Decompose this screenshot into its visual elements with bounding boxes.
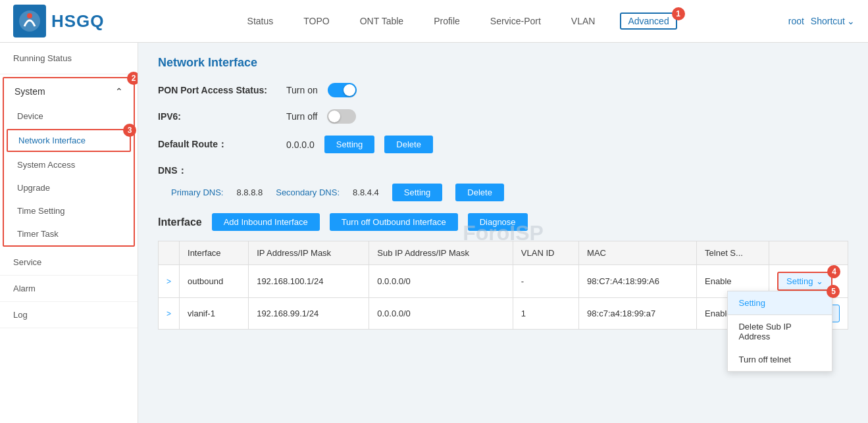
expand-1[interactable]: > [159, 265, 180, 298]
nav-profile[interactable]: Profile [428, 12, 465, 30]
dropdown-item-setting[interactable]: Setting [728, 291, 832, 315]
dropdown-menu: 5 Setting Delete Sub IP Address Turn off… [727, 291, 832, 372]
cell-interface-1: outbound [180, 265, 249, 298]
cell-ip-1: 192.168.100.1/24 [249, 265, 369, 298]
dns-section: DNS： Primary DNS: 8.8.8.8 Secondary DNS:… [158, 165, 848, 201]
nav-advanced-wrapper: Advanced 1 [620, 12, 677, 30]
cell-sub-ip-2: 0.0.0.0/0 [369, 298, 513, 330]
cell-interface-2: vlanif-1 [180, 298, 249, 330]
sidebar-item-network-interface[interactable]: Network Interface 3 [7, 129, 131, 152]
annotation-badge-1: 1 [672, 7, 685, 20]
expand-arrow-1: > [166, 277, 171, 286]
sidebar-item-alarm[interactable]: Alarm [0, 276, 138, 302]
header-user[interactable]: root [788, 16, 804, 26]
col-ip: IP Address/IP Mask [249, 241, 369, 265]
layout: Running Status System ⌃ 2 Device Network… [0, 43, 868, 423]
cell-action-1: Setting ⌄ 4 5 Setting [769, 265, 848, 298]
pon-port-value: Turn on [286, 85, 318, 95]
ipv6-label: IPV6: [158, 111, 276, 122]
cell-mac-2: 98:c7:a4:18:99:a7 [579, 298, 697, 330]
cell-mac-1: 98:C7:A4:18:99:A6 [579, 265, 697, 298]
sidebar-item-system-access[interactable]: System Access [4, 153, 134, 176]
col-interface: Interface [180, 241, 249, 265]
nav-status[interactable]: Status [242, 12, 279, 30]
nav-vlan[interactable]: VLAN [566, 12, 601, 30]
chevron-up-icon: ⌃ [115, 86, 123, 97]
dns-delete-button[interactable]: Delete [455, 184, 504, 201]
secondary-dns-label: Secondary DNS: [276, 187, 340, 197]
annotation-badge-4: 4 [827, 265, 840, 278]
main-content: ForoISP Network Interface PON Port Acces… [138, 43, 868, 423]
annotation-badge-3: 3 [123, 124, 136, 137]
interface-row: Interface Add Inbound Interface Turn off… [158, 213, 848, 231]
dns-setting-button[interactable]: Setting [392, 184, 442, 201]
col-sub-ip: Sub IP Address/IP Mask [369, 241, 513, 265]
logo-area: HSGQ [13, 5, 105, 37]
pon-port-row: PON Port Access Status: Turn on [158, 83, 848, 97]
default-route-row: Default Route： 0.0.0.0 Setting Delete [158, 136, 848, 153]
primary-dns-label: Primary DNS: [171, 187, 223, 197]
nav-items: Status TOPO ONT Table Profile Service-Po… [131, 12, 788, 30]
expand-arrow-2: > [166, 309, 171, 318]
interface-label: Interface [158, 216, 202, 228]
setting-label-1: Setting [786, 276, 813, 286]
ipv6-toggle[interactable] [327, 109, 356, 124]
nav-service-port[interactable]: Service-Port [485, 12, 546, 30]
table-container: Interface IP Address/IP Mask Sub IP Addr… [158, 241, 848, 330]
chevron-down-icon: ⌄ [847, 16, 855, 26]
ipv6-row: IPV6: Turn off [158, 109, 848, 124]
ipv6-toggle-knob [328, 111, 340, 122]
expand-2[interactable]: > [159, 298, 180, 330]
cell-vlan-1: - [513, 265, 578, 298]
dns-row: Primary DNS: 8.8.8.8 Secondary DNS: 8.8.… [158, 184, 848, 201]
annotation-badge-2: 2 [127, 72, 138, 85]
sidebar: Running Status System ⌃ 2 Device Network… [0, 43, 138, 423]
logo-text: HSGQ [51, 11, 105, 32]
pon-port-label: PON Port Access Status: [158, 85, 276, 95]
primary-dns-value: 8.8.8.8 [236, 187, 263, 197]
setting-dropdown-1: Setting ⌄ 4 5 Setting [777, 272, 832, 291]
sidebar-system-label: System [14, 86, 45, 97]
col-expand [159, 241, 180, 265]
interface-table: Interface IP Address/IP Mask Sub IP Addr… [158, 241, 848, 330]
secondary-dns-value: 8.8.4.4 [353, 187, 379, 197]
nav-advanced[interactable]: Advanced [620, 12, 677, 30]
dropdown-item-delete-sub-ip[interactable]: Delete Sub IP Address [728, 315, 832, 348]
sidebar-item-timer-task[interactable]: Timer Task [4, 222, 134, 245]
col-mac: MAC [579, 241, 697, 265]
page-title: Network Interface [158, 56, 848, 70]
sidebar-system-header[interactable]: System ⌃ [4, 78, 134, 105]
header-right: root Shortcut ⌄ [788, 16, 855, 26]
col-action [769, 241, 848, 265]
cell-sub-ip-1: 0.0.0.0/0 [369, 265, 513, 298]
default-route-delete-button[interactable]: Delete [384, 136, 433, 153]
cell-ip-2: 192.168.99.1/24 [249, 298, 369, 330]
sidebar-item-time-setting[interactable]: Time Setting [4, 199, 134, 222]
header: HSGQ Status TOPO ONT Table Profile Servi… [0, 0, 868, 43]
pon-port-toggle[interactable] [328, 83, 357, 97]
pon-port-toggle-knob [344, 84, 355, 96]
diagnose-button[interactable]: Diagnose [468, 213, 528, 231]
header-shortcut[interactable]: Shortcut ⌄ [811, 16, 855, 26]
sidebar-running-status[interactable]: Running Status [0, 43, 138, 74]
sidebar-item-log[interactable]: Log [0, 302, 138, 328]
col-vlan-id: VLAN ID [513, 241, 578, 265]
add-inbound-button[interactable]: Add Inbound Interface [212, 213, 320, 231]
table-row: > outbound 192.168.100.1/24 0.0.0.0/0 - … [159, 265, 848, 298]
sidebar-item-upgrade[interactable]: Upgrade [4, 176, 134, 199]
sidebar-system-section: System ⌃ 2 Device Network Interface 3 Sy… [3, 77, 135, 247]
default-route-value: 0.0.0.0 [286, 139, 315, 150]
nav-topo[interactable]: TOPO [298, 12, 334, 30]
dns-label: DNS： [158, 165, 848, 177]
dropdown-item-turn-off-telnet[interactable]: Turn off telnet [728, 348, 832, 371]
svg-point-1 [27, 13, 32, 18]
nav-ont-table[interactable]: ONT Table [355, 12, 409, 30]
default-route-setting-button[interactable]: Setting [324, 136, 374, 153]
sidebar-item-service[interactable]: Service [0, 249, 138, 276]
chevron-down-icon-1: ⌄ [816, 276, 823, 286]
interface-section: Interface Add Inbound Interface Turn off… [158, 213, 848, 330]
sidebar-item-device[interactable]: Device [4, 105, 134, 128]
turn-off-outbound-button[interactable]: Turn off Outbound Interface [330, 213, 458, 231]
setting-button-1[interactable]: Setting ⌄ [777, 272, 832, 291]
cell-vlan-2: 1 [513, 298, 578, 330]
